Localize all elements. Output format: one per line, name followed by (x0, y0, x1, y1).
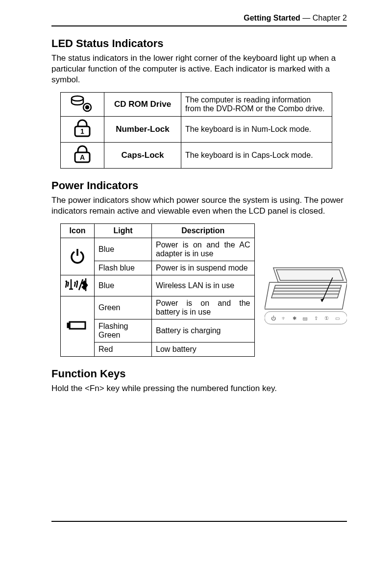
svg-text:ᯤ: ᯤ (281, 316, 286, 321)
footer-rule (51, 521, 347, 522)
table-header-row: Icon Light Description (61, 224, 255, 238)
battery-icon (61, 296, 95, 357)
numlock-name: Number-Lock (104, 117, 181, 143)
numlock-icon: 1 (61, 117, 104, 143)
desc-cell: Wireless LAN is in use (152, 275, 255, 296)
light-cell: Green (95, 296, 152, 319)
svg-text:🖴: 🖴 (303, 316, 308, 321)
desc-cell: Power is on and the AC adapter is in use (152, 238, 255, 261)
table-row: Blue Power is on and the AC adapter is i… (61, 238, 255, 261)
svg-text:1: 1 (80, 127, 84, 135)
svg-text:A: A (80, 153, 85, 161)
desc-cell: Battery is charging (152, 319, 255, 343)
light-cell: Flashing Green (95, 319, 152, 343)
power-table: Icon Light Description Blue Power is on … (60, 223, 255, 357)
cdrom-icon (61, 93, 104, 117)
capslock-icon: A (61, 143, 104, 169)
svg-text:⇪: ⇪ (314, 316, 318, 321)
desc-cell: Power is in suspend mode (152, 261, 255, 275)
svg-rect-13 (68, 323, 70, 327)
header-section: Getting Started (244, 14, 300, 22)
svg-line-10 (79, 279, 83, 290)
table-row: 1 Number-Lock The keyboard is in Num-Loc… (61, 117, 332, 143)
svg-text:✱: ✱ (293, 316, 296, 321)
led-title: LED Status Indicators (51, 37, 347, 50)
fn-intro: Hold the <Fn> key while pressing the num… (51, 383, 347, 394)
col-light: Light (95, 224, 152, 238)
power-intro: The power indicators show which power so… (51, 195, 347, 217)
light-cell: Flash blue (95, 261, 152, 275)
header-chapter: — Chapter 2 (302, 14, 347, 22)
svg-rect-12 (70, 322, 85, 329)
col-icon: Icon (61, 224, 95, 238)
power-title: Power Indicators (51, 179, 347, 192)
svg-point-2 (86, 106, 89, 109)
cdrom-desc: The computer is reading information from… (181, 93, 332, 117)
svg-point-0 (72, 96, 83, 101)
desc-cell: Low battery (152, 343, 255, 357)
table-row: CD ROM Drive The computer is reading inf… (61, 93, 332, 117)
led-intro: The status indicators in the lower right… (51, 53, 347, 85)
numlock-desc: The keyboard is in Num-Lock mode. (181, 117, 332, 143)
col-desc: Description (152, 224, 255, 238)
table-row: Blue Wireless LAN is in use (61, 275, 255, 296)
capslock-desc: The keyboard is in Caps-Lock mode. (181, 143, 332, 169)
page-header: Getting Started — Chapter 2 (51, 14, 347, 23)
fn-title: Function Keys (51, 368, 347, 380)
svg-text:▭: ▭ (335, 316, 340, 321)
cdrom-name: CD ROM Drive (104, 93, 181, 117)
svg-text:⏻: ⏻ (271, 316, 275, 321)
wireless-icon (61, 275, 95, 296)
desc-cell: Power is on and the battery is in use (152, 296, 255, 319)
header-rule (51, 25, 347, 26)
power-icon (61, 238, 95, 275)
light-cell: Red (95, 343, 152, 357)
svg-text:①: ① (324, 316, 329, 321)
light-cell: Blue (95, 275, 152, 296)
table-row: A Caps-Lock The keyboard is in Caps-Lock… (61, 143, 332, 169)
laptop-illustration: ⏻ ᯤ ✱ 🖴 ⇪ ① ▭ (265, 263, 347, 331)
table-row: Green Power is on and the battery is in … (61, 296, 255, 319)
light-cell: Blue (95, 238, 152, 261)
capslock-name: Caps-Lock (104, 143, 181, 169)
led-table: CD ROM Drive The computer is reading inf… (60, 92, 332, 169)
